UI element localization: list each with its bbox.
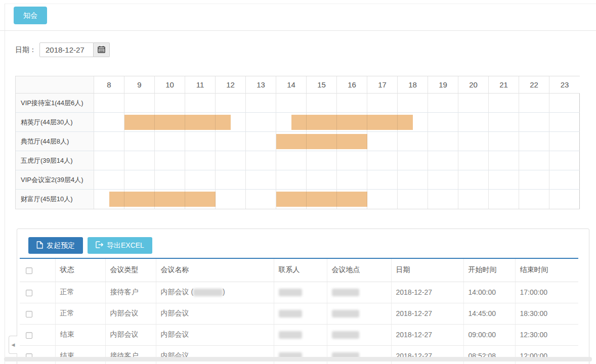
location-cell [327,282,391,303]
hour-header-cell: 13 [246,76,276,93]
select-all-header-cell [20,258,55,282]
hour-header-cell: 20 [458,76,489,93]
start-time-cell: 14:45:00 [463,303,515,324]
notify-tab-button[interactable]: 知会 [14,7,47,24]
date-picker-group [39,42,110,57]
date-input[interactable] [39,42,94,57]
create-booking-button[interactable]: 发起预定 [28,237,83,254]
status-cell: 正常 [55,282,105,303]
column-header: 开始时间 [463,258,515,282]
column-header: 日期 [391,258,463,282]
column-header: 状态 [55,258,105,282]
redacted-text [332,310,359,317]
column-header: 会议类型 [105,258,156,282]
contact-cell [274,324,327,345]
room-timeline [94,190,580,209]
room-column-header [16,76,94,93]
select-all-checkbox[interactable] [26,267,32,274]
hour-header-cell: 9 [124,76,155,93]
end-time-cell: 17:00:00 [515,282,578,303]
room-timeline [94,151,580,170]
export-icon [96,241,103,250]
booking-bar[interactable] [276,134,367,149]
meeting-type-cell: 内部会议 [105,303,156,324]
redacted-text [279,331,302,339]
meeting-type-cell: 接待客户 [105,282,156,303]
booking-bar[interactable] [124,115,231,130]
row-select-cell [20,324,55,345]
redacted-text [193,289,223,296]
booking-bar[interactable] [276,192,367,207]
room-label: 五虎厅(39层14人) [16,151,94,170]
room-timeline [94,170,580,189]
row-checkbox[interactable] [26,290,32,296]
room-timeline [94,132,580,151]
meeting-table: 状态会议类型会议名称联系人会议地点日期开始时间结束时间 正常接待客户内部会议 (… [20,258,578,364]
hour-header-cell: 17 [367,76,398,93]
start-time-cell: 09:00:00 [463,324,515,345]
column-header: 会议地点 [327,258,391,282]
meeting-type-cell: 内部会议 [105,324,156,345]
redacted-text [279,289,302,296]
room-label: 财富厅(45层10人) [16,190,94,209]
end-time-cell: 12:30:00 [515,324,578,345]
meeting-row: 正常内部会议内部会议2018-12-2714:45:0018:30:00 [20,303,578,324]
horizontal-scrollbar[interactable] [4,357,592,361]
room-row: VIP会议室2(39层4人) [16,170,579,190]
hour-header-cell: 14 [276,76,307,93]
room-timeline [94,113,580,131]
date-cell: 2018-12-27 [391,324,463,345]
column-header: 结束时间 [515,258,578,282]
hour-header-cell: 22 [519,76,549,93]
export-excel-button[interactable]: 导出EXCEL [88,237,152,254]
location-cell [327,324,391,345]
toolbar: 发起预定 导出EXCEL [28,237,152,254]
hour-header-cell: 16 [337,76,367,93]
meeting-row: 结束内部会议内部会议2018-12-2709:00:0012:30:00 [20,324,578,345]
row-select-cell [20,282,55,303]
meeting-row: 正常接待客户内部会议 ()2018-12-2714:00:0017:00:00 [20,282,578,303]
room-label: 典范厅(44层8人) [16,132,94,151]
hour-header-cell: 15 [307,76,337,93]
status-cell: 正常 [55,303,105,324]
contact-cell [274,303,327,324]
schedule-hour-header: 891011121314151617181920212223 [16,76,579,94]
room-timeline [94,94,580,112]
redacted-text [332,331,359,339]
calendar-button[interactable] [94,42,110,57]
export-excel-label: 导出EXCEL [107,241,144,250]
column-header: 会议名称 [156,258,274,282]
meeting-name-cell: 内部会议 [156,303,274,324]
hour-header-cell: 11 [185,76,216,93]
hour-header-cell: 21 [489,76,519,93]
hour-header-cell: 8 [94,76,124,93]
row-checkbox[interactable] [26,311,32,317]
hour-header-cell: 12 [216,76,246,93]
date-cell: 2018-12-27 [391,282,463,303]
booking-bar[interactable] [291,115,413,130]
row-select-cell [20,303,55,324]
room-row: 财富厅(45层10人) [16,190,579,209]
hour-header-cell: 18 [398,76,428,93]
meeting-name-cell: 内部会议 [156,324,274,345]
room-row: 典范厅(44层8人) [16,132,579,151]
sidebar-collapse-toggle[interactable]: ◀ [9,336,17,354]
redacted-text [279,310,302,317]
meeting-list-card: 发起预定 导出EXCEL 状态会议类型会议名称联系人会议地点日期开始时间结束时间… [17,229,589,364]
hour-header-cell: 23 [549,76,580,93]
start-time-cell: 14:00:00 [463,282,515,303]
row-checkbox[interactable] [26,332,32,339]
booking-bar[interactable] [109,192,216,207]
redacted-text [332,289,359,296]
date-label: 日期： [15,46,36,55]
file-icon [36,241,43,250]
chevron-left-icon: ◀ [12,342,15,347]
hour-header-cell: 10 [155,76,185,93]
end-time-cell: 18:30:00 [515,303,578,324]
calendar-icon [98,46,105,55]
room-label: 精英厅(44层30人) [16,113,94,131]
contact-cell [274,282,327,303]
meeting-name-cell: 内部会议 () [156,282,274,303]
location-cell [327,303,391,324]
room-schedule-grid: 891011121314151617181920212223 VIP接待室1(4… [15,76,580,209]
